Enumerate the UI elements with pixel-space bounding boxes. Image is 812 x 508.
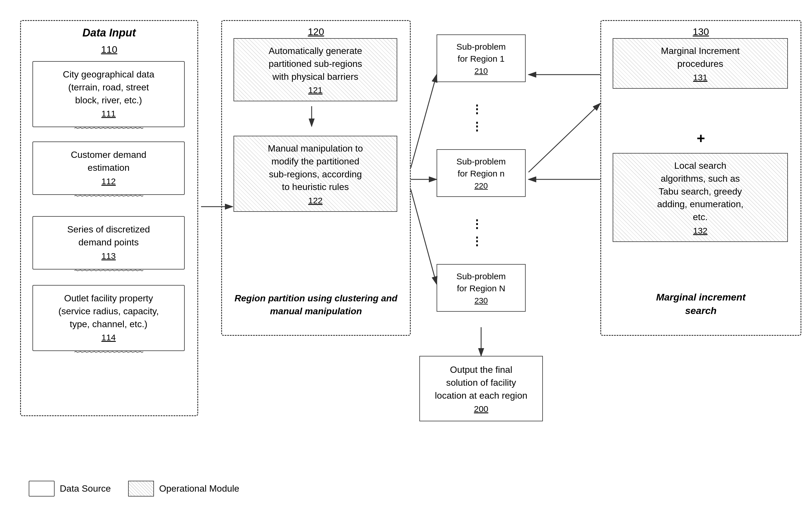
plus-sign: + (697, 130, 705, 147)
subproblem-regionn: Sub-problemfor Region n 220 (436, 149, 526, 197)
legend: Data Source Operational Module (29, 481, 239, 497)
local-search-number: 132 (618, 226, 782, 236)
subproblem-N-number: 230 (442, 296, 520, 305)
subproblem-region1: Sub-problemfor Region 1 210 (436, 35, 526, 82)
output-number: 200 (426, 404, 537, 414)
box-114-number: 114 (39, 333, 178, 342)
operational-122: Manual manipulation tomodify the partiti… (234, 136, 397, 212)
data-source-111: City geographical data(terrain, road, st… (33, 61, 185, 127)
data-input-number: 110 (101, 44, 117, 55)
data-source-112: Customer demandestimation 112 (33, 141, 185, 195)
data-source-114: Outlet facility property(service radius,… (33, 285, 185, 351)
box-112-text: Customer demandestimation (39, 149, 178, 174)
legend-hatched-box (128, 481, 154, 497)
legend-data-source-label: Data Source (60, 483, 111, 494)
subproblem-regionN: Sub-problemfor Region N 230 (436, 264, 526, 312)
marginal-increment-label: Marginal incrementsearch (601, 290, 801, 318)
svg-line-5 (411, 75, 436, 168)
local-search-text: Local searchalgorithms, such asTabu sear… (618, 159, 782, 223)
box-111-number: 111 (39, 109, 178, 119)
subproblem-n-number: 220 (442, 181, 520, 190)
box-111-text: City geographical data(terrain, road, st… (39, 68, 178, 107)
dots-4: ⋮ (471, 235, 482, 247)
box-121-number: 121 (239, 85, 391, 95)
box-113-text: Series of discretizeddemand points (39, 223, 178, 249)
box-112-number: 112 (39, 176, 178, 186)
dots-2: ⋮ (471, 121, 482, 132)
marginal-outer-box: 130 Marginal Incrementprocedures 131 + L… (600, 20, 801, 336)
output-box: Output the finalsolution of facilityloca… (419, 356, 543, 421)
diagram-container: Data Input 110 City geographical data(te… (11, 11, 801, 473)
svg-line-9 (529, 103, 600, 172)
subproblem-1-text: Sub-problemfor Region 1 (442, 41, 520, 65)
box-120-number: 120 (308, 26, 324, 37)
box-113-number: 113 (39, 251, 178, 261)
legend-plain-box (29, 481, 54, 497)
legend-operational-module: Operational Module (128, 481, 239, 497)
marginal-procedures-number: 131 (618, 73, 782, 82)
subproblem-n-text: Sub-problemfor Region n (442, 156, 520, 180)
marginal-procedures-box: Marginal Incrementprocedures 131 (613, 38, 788, 89)
local-search-box: Local searchalgorithms, such asTabu sear… (613, 153, 788, 242)
dots-1: ⋮ (471, 103, 482, 115)
box-114-text: Outlet facility property(service radius,… (39, 292, 178, 330)
box-130-number: 130 (693, 26, 709, 37)
box-122-text: Manual manipulation tomodify the partiti… (239, 142, 391, 194)
data-input-title: Data Input (82, 27, 136, 39)
operational-121: Automatically generatepartitioned sub-re… (234, 38, 397, 101)
dots-3: ⋮ (471, 218, 482, 229)
svg-line-6 (411, 189, 436, 284)
legend-operational-module-label: Operational Module (159, 483, 239, 494)
region-partition-outer-box: 120 Automatically generatepartitioned su… (221, 20, 411, 336)
output-text: Output the finalsolution of facilityloca… (426, 363, 537, 402)
box-122-number: 122 (239, 196, 391, 206)
data-input-outer-box: Data Input 110 City geographical data(te… (20, 20, 198, 416)
box-121-text: Automatically generatepartitioned sub-re… (239, 44, 391, 83)
subproblem-N-text: Sub-problemfor Region N (442, 270, 520, 294)
data-source-113: Series of discretizeddemand points 113 (33, 216, 185, 269)
marginal-procedures-text: Marginal Incrementprocedures (618, 44, 782, 70)
legend-data-source: Data Source (29, 481, 111, 497)
region-partition-label: Region partition using clustering and ma… (222, 292, 410, 318)
subproblem-1-number: 210 (442, 67, 520, 76)
